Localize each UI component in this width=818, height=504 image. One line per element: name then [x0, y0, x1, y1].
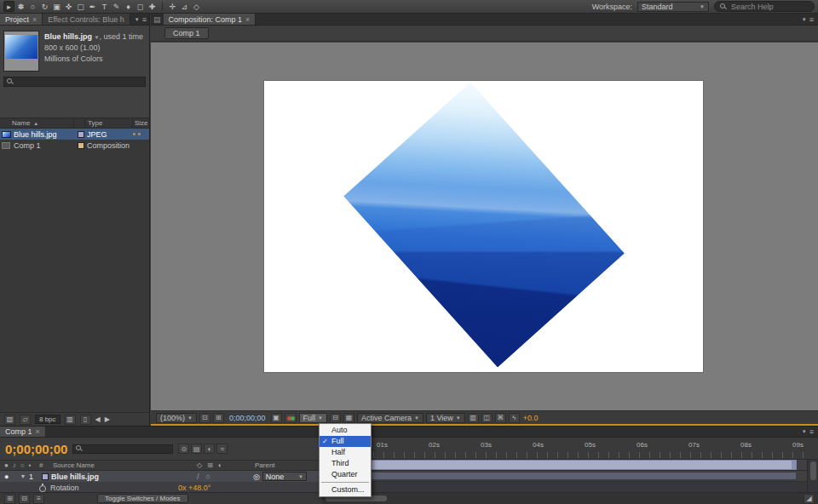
- menu-item-quarter[interactable]: Quarter: [320, 469, 371, 480]
- local-axis-mode-icon[interactable]: ✛: [167, 1, 178, 12]
- close-icon[interactable]: ×: [32, 15, 37, 24]
- menu-item-custom[interactable]: Custom...: [320, 484, 371, 495]
- close-icon[interactable]: ×: [36, 427, 40, 436]
- puppet-pin-tool-icon[interactable]: ✚: [147, 1, 158, 12]
- timeline-vertical-scrollbar[interactable]: [807, 460, 818, 492]
- comp-chip[interactable]: Comp 1: [164, 27, 209, 39]
- close-icon[interactable]: ×: [245, 15, 250, 24]
- exposure-value[interactable]: +0.0: [523, 414, 539, 422]
- tab-project[interactable]: Project ×: [0, 14, 43, 25]
- help-search-input[interactable]: Search Help: [714, 1, 815, 12]
- time-ruler[interactable]: :00f 01s 02s 03s 04s 05s 06s 07s 08s 09s: [322, 438, 818, 460]
- snapshot-icon[interactable]: ▣: [271, 413, 282, 423]
- label-color-chip[interactable]: [78, 142, 84, 149]
- timeline-search-input[interactable]: [72, 444, 173, 454]
- scroll-left-icon[interactable]: ◀: [95, 415, 101, 423]
- new-composition-icon[interactable]: ▥: [65, 415, 76, 425]
- mini-flowchart-icon[interactable]: ⌘: [495, 413, 506, 423]
- workspace-select[interactable]: Standard ▼: [637, 2, 709, 12]
- grid-guides-icon[interactable]: ⊞: [213, 413, 224, 423]
- view-layout-icon[interactable]: ▥: [468, 413, 479, 423]
- hand-tool-icon[interactable]: ✽: [15, 1, 26, 12]
- panel-grip-icon[interactable]: ▤: [151, 14, 164, 25]
- bit-depth-display[interactable]: 8 bpc: [35, 415, 60, 424]
- column-index[interactable]: #: [39, 461, 53, 469]
- region-of-interest-icon[interactable]: ⊟: [330, 413, 341, 423]
- zoom-out-icon[interactable]: ◢: [804, 494, 815, 504]
- comp-timecode[interactable]: 0;00;00;00: [227, 414, 268, 422]
- menu-item-half[interactable]: Half: [320, 447, 371, 458]
- collapse-icon[interactable]: ○: [206, 472, 210, 481]
- column-source-name[interactable]: Source Name: [53, 461, 197, 469]
- project-row-blue-hills[interactable]: Blue hills.jpg JPEG: [0, 129, 149, 140]
- quality-icon[interactable]: /: [197, 472, 199, 481]
- selection-tool-icon[interactable]: ▸: [3, 1, 14, 12]
- menu-item-third[interactable]: Third: [320, 458, 371, 469]
- camera-select[interactable]: Active Camera ▼: [357, 413, 423, 423]
- resolution-select[interactable]: Full ▼: [299, 413, 327, 423]
- scroll-right-icon[interactable]: ▶: [105, 415, 110, 423]
- project-row-comp-1[interactable]: Comp 1 Composition: [0, 140, 149, 151]
- menu-item-auto[interactable]: Auto: [320, 425, 371, 436]
- eraser-tool-icon[interactable]: ◻: [135, 1, 146, 12]
- live-update-icon[interactable]: ⊙: [178, 444, 189, 454]
- column-type[interactable]: Type: [84, 118, 132, 128]
- video-column-icon[interactable]: ●: [4, 461, 9, 469]
- panel-menu-icon[interactable]: ▼ ≡: [798, 427, 818, 437]
- parent-pickwhip-icon[interactable]: ◎: [253, 472, 260, 481]
- panel-menu-icon[interactable]: ▼ ≡: [798, 14, 818, 25]
- show-channel-icon[interactable]: [285, 413, 297, 423]
- trkmat-icon[interactable]: ◐: [218, 461, 222, 469]
- solo-column-icon[interactable]: ○: [20, 461, 25, 469]
- zoom-tool-icon[interactable]: ○: [27, 1, 38, 12]
- tab-composition-comp-1[interactable]: Composition: Comp 1 ×: [164, 14, 256, 25]
- motion-blur-icon[interactable]: ◐: [204, 444, 215, 454]
- column-size[interactable]: Size: [132, 118, 149, 128]
- mask-shape-tool-icon[interactable]: ▢: [75, 1, 86, 12]
- brush-tool-icon[interactable]: ✎: [111, 1, 122, 12]
- lock-column-icon[interactable]: ▪: [29, 461, 32, 469]
- layer-label-chip[interactable]: [42, 473, 49, 480]
- column-parent[interactable]: Parent: [253, 461, 321, 469]
- expand-layers-icon[interactable]: ⊞: [4, 494, 15, 504]
- interpret-footage-icon[interactable]: ▧: [4, 415, 15, 425]
- new-folder-icon[interactable]: ▱: [20, 415, 31, 425]
- work-area-bar[interactable]: [322, 460, 797, 470]
- view-layout-select[interactable]: 1 View ▼: [426, 413, 465, 423]
- pen-tool-icon[interactable]: ✒: [87, 1, 98, 12]
- current-timecode[interactable]: 0;00;00;00: [5, 442, 67, 456]
- layer-1-duration-bar[interactable]: [322, 472, 797, 480]
- clone-stamp-tool-icon[interactable]: ♦: [123, 1, 134, 12]
- stopwatch-icon[interactable]: [39, 484, 47, 492]
- pixel-aspect-icon[interactable]: ◫: [481, 413, 493, 423]
- safe-areas-icon[interactable]: ⊡: [199, 413, 210, 423]
- audio-column-icon[interactable]: ♪: [13, 461, 16, 469]
- world-axis-mode-icon[interactable]: ⊿: [179, 1, 190, 12]
- switches-icon[interactable]: ◇: [197, 461, 202, 469]
- menu-item-full[interactable]: ✓ Full: [320, 436, 371, 447]
- project-search-input[interactable]: [3, 77, 146, 87]
- rotation-tool-icon[interactable]: ↻: [39, 1, 50, 12]
- transparency-grid-icon[interactable]: ▦: [343, 413, 354, 423]
- label-color-chip[interactable]: [78, 131, 84, 138]
- column-label-color[interactable]: [73, 118, 84, 128]
- expand-transfer-icon[interactable]: ⊟: [19, 494, 30, 504]
- twirl-open-icon[interactable]: ▼: [17, 473, 29, 479]
- camera-tool-icon[interactable]: ▣: [51, 1, 62, 12]
- reset-exposure-icon[interactable]: ϟ: [509, 413, 520, 423]
- trash-icon[interactable]: ▯: [80, 415, 91, 425]
- parent-select[interactable]: None ▼: [262, 472, 307, 481]
- pan-behind-tool-icon[interactable]: ✜: [63, 1, 74, 12]
- layer-row-1[interactable]: ● ▼ 1 Blue hills.jpg / ○ ◎ None ▼: [0, 471, 321, 482]
- view-axis-mode-icon[interactable]: ◇: [191, 1, 202, 12]
- modes-icon[interactable]: ⊞: [207, 461, 213, 469]
- magnification-select[interactable]: (100%) ▼: [156, 413, 197, 423]
- rotation-value[interactable]: 0x +48.0°: [178, 484, 210, 492]
- graph-editor-icon[interactable]: ≈: [216, 444, 228, 454]
- type-tool-icon[interactable]: T: [99, 1, 110, 12]
- toggle-switches-modes-button[interactable]: Toggle Switches / Modes: [97, 494, 188, 503]
- visibility-eye-icon[interactable]: ●: [0, 472, 17, 481]
- tab-effect-controls[interactable]: Effect Controls: Blue h: [43, 14, 130, 25]
- panel-menu-icon[interactable]: ▼ ≡: [130, 14, 151, 25]
- blue-hills-layer[interactable]: [343, 83, 624, 367]
